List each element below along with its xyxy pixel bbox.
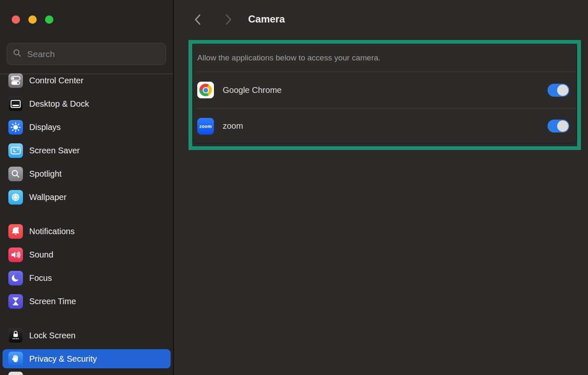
sidebar-item-screen-saver[interactable]: Screen Saver <box>3 141 171 160</box>
system-settings-window: Control Center Desktop & Dock Displays S… <box>0 0 588 375</box>
partially-visible-sidebar-icon <box>8 372 23 375</box>
search-field[interactable] <box>7 43 166 65</box>
zoom-icon-label: zoom <box>199 124 212 129</box>
highlight-annotation: Allow the applications below to access y… <box>188 40 581 150</box>
camera-toggle-google-chrome[interactable] <box>548 84 569 97</box>
page-title: Camera <box>248 13 285 25</box>
google-chrome-icon <box>197 82 214 98</box>
minimize-button[interactable] <box>28 15 37 24</box>
zoom-window-button[interactable] <box>45 15 53 24</box>
sidebar-item-focus[interactable]: Focus <box>3 268 171 288</box>
sidebar-item-label: Displays <box>29 122 61 132</box>
back-button[interactable] <box>192 13 204 26</box>
app-row-google-chrome: Google Chrome <box>193 72 577 108</box>
sidebar-item-label: Lock Screen <box>29 331 75 340</box>
sidebar-item-desktop-dock[interactable]: Desktop & Dock <box>3 94 171 113</box>
sidebar: Control Center Desktop & Dock Displays S… <box>0 0 174 375</box>
sidebar-item-notifications[interactable]: Notifications <box>3 222 171 241</box>
wallpaper-icon <box>8 190 23 205</box>
control-center-icon <box>8 73 23 88</box>
search-icon <box>13 49 22 59</box>
sidebar-item-label: Sound <box>29 250 53 260</box>
focus-icon <box>8 271 23 285</box>
toggle-knob <box>557 120 568 132</box>
sidebar-item-lock-screen[interactable]: Lock Screen <box>3 326 171 345</box>
camera-toggle-zoom[interactable] <box>548 120 569 132</box>
lock-screen-icon <box>8 328 23 343</box>
search-input[interactable] <box>26 49 160 60</box>
spotlight-icon <box>8 167 23 181</box>
notifications-icon <box>8 224 23 239</box>
sidebar-nav: Control Center Desktop & Dock Displays S… <box>0 71 173 368</box>
app-name: zoom <box>223 121 243 131</box>
app-name: Google Chrome <box>223 85 281 95</box>
permission-caption-row: Allow the applications below to access y… <box>197 44 575 72</box>
sidebar-item-label: Desktop & Dock <box>29 99 89 109</box>
displays-icon <box>8 120 23 135</box>
sidebar-item-label: Control Center <box>29 76 83 85</box>
sidebar-item-sound[interactable]: Sound <box>3 245 171 264</box>
close-button[interactable] <box>12 15 20 24</box>
privacy-security-icon <box>8 352 23 366</box>
camera-permissions-group: Allow the applications below to access y… <box>192 44 577 143</box>
sidebar-item-wallpaper[interactable]: Wallpaper <box>3 188 171 207</box>
desktop-dock-icon <box>8 97 23 111</box>
sidebar-item-screen-time[interactable]: Screen Time <box>3 292 171 311</box>
sidebar-item-displays[interactable]: Displays <box>3 118 171 137</box>
permission-caption: Allow the applications below to access y… <box>197 53 380 62</box>
sidebar-item-label: Privacy & Security <box>29 354 97 364</box>
screen-time-icon <box>8 294 23 309</box>
sidebar-item-label: Notifications <box>29 227 75 236</box>
sidebar-item-label: Focus <box>29 273 52 283</box>
sidebar-item-label: Wallpaper <box>29 192 66 202</box>
screen-saver-icon <box>8 143 23 158</box>
app-row-zoom: zoom zoom <box>193 108 577 144</box>
toggle-knob <box>557 85 568 96</box>
sidebar-item-label: Spotlight <box>29 169 62 179</box>
sidebar-item-privacy-security[interactable]: Privacy & Security <box>3 349 171 368</box>
sidebar-item-spotlight[interactable]: Spotlight <box>3 164 171 183</box>
sidebar-item-label: Screen Time <box>29 297 76 306</box>
main-pane: Camera Allow the applications below to a… <box>174 0 588 375</box>
sidebar-item-control-center[interactable]: Control Center <box>3 71 171 90</box>
window-controls <box>12 15 53 24</box>
sound-icon <box>8 248 23 262</box>
zoom-app-icon: zoom <box>197 118 214 135</box>
sidebar-item-label: Screen Saver <box>29 146 80 155</box>
forward-button[interactable] <box>222 13 234 26</box>
